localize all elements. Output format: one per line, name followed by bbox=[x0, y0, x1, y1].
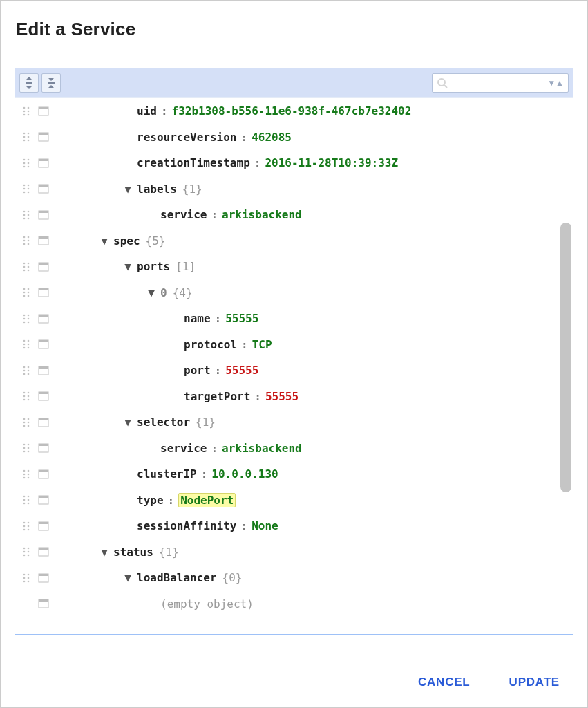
value[interactable]: 2016-11-28T10:39:33Z bbox=[265, 156, 398, 169]
svg-point-145 bbox=[28, 548, 30, 550]
row-menu-icon[interactable] bbox=[36, 391, 51, 401]
tree-row[interactable]: ▼ uid : f32b1308-b556-11e6-938f-467cb7e3… bbox=[15, 98, 556, 124]
result-prev-icon[interactable]: ▲ bbox=[556, 79, 564, 87]
toggle-icon[interactable]: ▼ bbox=[98, 234, 111, 248]
svg-point-156 bbox=[23, 580, 26, 582]
row-menu-icon[interactable] bbox=[36, 106, 51, 116]
row-menu-icon[interactable] bbox=[36, 599, 51, 608]
row-menu-icon[interactable] bbox=[36, 443, 51, 453]
svg-rect-79 bbox=[39, 315, 48, 317]
tree-row[interactable]: ▼ (empty object) bbox=[15, 591, 556, 617]
value-highlighted[interactable]: NodePort bbox=[178, 493, 236, 507]
drag-handle-icon[interactable] bbox=[19, 288, 33, 297]
drag-handle-icon[interactable] bbox=[19, 262, 33, 272]
row-menu-icon[interactable] bbox=[36, 339, 51, 349]
result-next-icon[interactable]: ▼ bbox=[547, 79, 556, 87]
update-button[interactable]: UPDATE bbox=[506, 670, 562, 695]
search-input[interactable] bbox=[448, 77, 544, 88]
drag-handle-icon[interactable] bbox=[19, 314, 33, 324]
value[interactable]: 55555 bbox=[225, 312, 258, 325]
tree-row[interactable]: ▼ ports [1] bbox=[15, 254, 556, 280]
svg-rect-143 bbox=[39, 522, 48, 524]
tree-row[interactable]: ▼ service : arkisbackend bbox=[15, 436, 556, 462]
tree-row[interactable]: ▼ targetPort : 55555 bbox=[15, 384, 556, 410]
tree-row[interactable]: ▼ service : arkisbackend bbox=[15, 202, 556, 228]
toggle-icon[interactable]: ▼ bbox=[145, 286, 158, 299]
row-menu-icon[interactable] bbox=[36, 210, 51, 220]
tree-row[interactable]: ▼ type : NodePort bbox=[15, 487, 556, 514]
toggle-icon[interactable]: ▼ bbox=[122, 260, 134, 273]
row-menu-icon[interactable] bbox=[36, 469, 51, 479]
row-menu-icon[interactable] bbox=[36, 158, 51, 168]
row-menu-icon[interactable] bbox=[36, 132, 51, 142]
key: protocol bbox=[184, 338, 237, 351]
value[interactable]: TCP bbox=[252, 338, 272, 351]
toggle-icon[interactable]: ▼ bbox=[98, 546, 111, 559]
drag-handle-icon[interactable] bbox=[19, 184, 33, 194]
row-menu-icon[interactable] bbox=[36, 314, 51, 324]
svg-point-76 bbox=[23, 321, 26, 323]
row-menu-icon[interactable] bbox=[36, 418, 51, 427]
tree-row[interactable]: ▼ creationTimestamp : 2016-11-28T10:39:3… bbox=[15, 150, 556, 176]
tree-row[interactable]: ▼ clusterIP : 10.0.0.130 bbox=[15, 461, 556, 487]
svg-point-37 bbox=[28, 192, 30, 194]
drag-handle-icon[interactable] bbox=[19, 469, 33, 479]
cancel-button[interactable]: CANCEL bbox=[415, 670, 473, 695]
drag-handle-icon[interactable] bbox=[19, 521, 33, 531]
row-menu-icon[interactable] bbox=[36, 288, 51, 297]
drag-handle-icon[interactable] bbox=[19, 391, 33, 401]
tree-row[interactable]: ▼ name : 55555 bbox=[15, 306, 556, 332]
tree-row[interactable]: ▼ selector {1} bbox=[15, 409, 556, 436]
tree-row[interactable]: ▼ status {1} bbox=[15, 539, 556, 566]
drag-handle-icon[interactable] bbox=[19, 573, 33, 583]
drag-handle-icon[interactable] bbox=[19, 443, 33, 453]
drag-handle-icon[interactable] bbox=[19, 132, 33, 142]
tree-row[interactable]: ▼ 0 {4} bbox=[15, 280, 556, 306]
toggle-icon[interactable]: ▼ bbox=[122, 416, 134, 429]
value[interactable]: 55555 bbox=[265, 390, 298, 403]
value[interactable]: None bbox=[252, 519, 278, 532]
value[interactable]: arkisbackend bbox=[222, 208, 302, 221]
collapse-all-button[interactable] bbox=[41, 73, 61, 93]
scrollbar-thumb[interactable] bbox=[560, 223, 571, 492]
value[interactable]: arkisbackend bbox=[222, 442, 302, 455]
tree-row[interactable]: ▼ resourceVersion : 462085 bbox=[15, 124, 556, 151]
drag-handle-icon[interactable] bbox=[19, 418, 33, 427]
tree-row[interactable]: ▼ labels {1} bbox=[15, 176, 556, 203]
svg-point-89 bbox=[28, 366, 30, 368]
value[interactable]: 462085 bbox=[252, 131, 292, 144]
drag-handle-icon[interactable] bbox=[19, 106, 33, 116]
drag-handle-icon[interactable] bbox=[19, 339, 33, 349]
expand-all-button[interactable] bbox=[19, 73, 39, 93]
row-menu-icon[interactable] bbox=[36, 184, 51, 194]
tree-body[interactable]: ▼ uid : f32b1308-b556-11e6-938f-467cb7e3… bbox=[15, 97, 573, 634]
drag-handle-icon[interactable] bbox=[19, 158, 33, 168]
row-menu-icon[interactable] bbox=[36, 366, 51, 375]
toggle-icon[interactable]: ▼ bbox=[122, 183, 134, 196]
row-menu-icon[interactable] bbox=[36, 521, 51, 531]
tree-row[interactable]: ▼ port : 55555 bbox=[15, 357, 556, 384]
tree-row[interactable]: ▼ spec {5} bbox=[15, 228, 556, 254]
search-box[interactable]: ▼ ▲ bbox=[432, 73, 569, 93]
drag-handle-icon[interactable] bbox=[19, 210, 33, 220]
value[interactable]: f32b1308-b556-11e6-938f-467cb7e32402 bbox=[172, 104, 412, 118]
svg-point-92 bbox=[23, 373, 26, 375]
row-menu-icon[interactable] bbox=[36, 573, 51, 583]
tree-row[interactable]: ▼ sessionAffinity : None bbox=[15, 513, 556, 539]
value[interactable]: 55555 bbox=[225, 364, 258, 377]
row-menu-icon[interactable] bbox=[36, 547, 51, 557]
svg-point-43 bbox=[28, 214, 30, 216]
toggle-icon[interactable]: ▼ bbox=[122, 571, 134, 584]
row-menu-icon[interactable] bbox=[36, 236, 51, 245]
svg-point-18 bbox=[23, 136, 26, 138]
row-menu-icon[interactable] bbox=[36, 495, 51, 505]
tree-row[interactable]: ▼ loadBalancer {0} bbox=[15, 565, 556, 591]
drag-handle-icon[interactable] bbox=[19, 495, 33, 505]
svg-point-72 bbox=[23, 314, 26, 316]
drag-handle-icon[interactable] bbox=[19, 366, 33, 375]
tree-row[interactable]: ▼ protocol : TCP bbox=[15, 332, 556, 358]
row-menu-icon[interactable] bbox=[36, 262, 51, 272]
value[interactable]: 10.0.0.130 bbox=[211, 467, 278, 481]
drag-handle-icon[interactable] bbox=[19, 236, 33, 245]
drag-handle-icon[interactable] bbox=[19, 547, 33, 557]
